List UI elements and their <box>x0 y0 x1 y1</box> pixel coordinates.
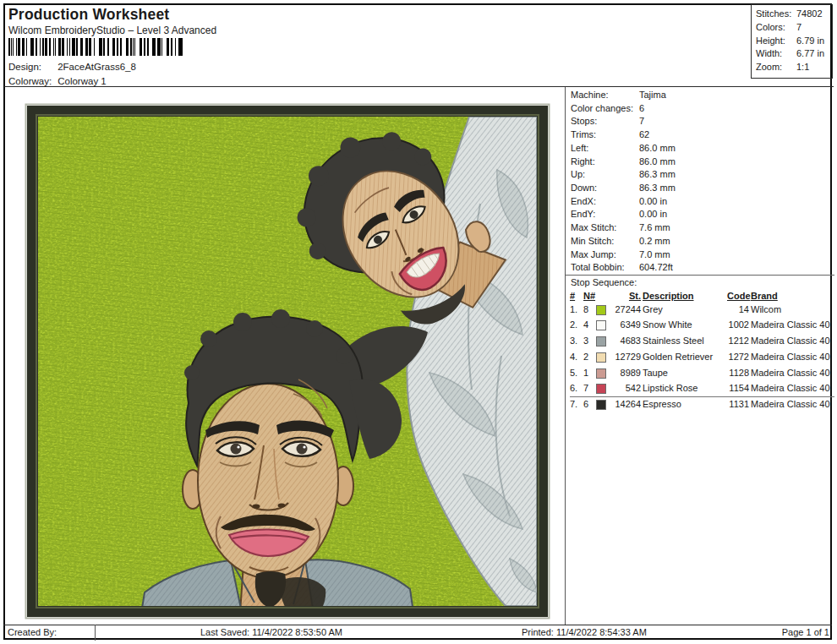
machine-info-row: EndY:0.00 in <box>571 208 676 221</box>
design-barcode <box>8 38 184 56</box>
stop-row-needle: 2 <box>583 351 594 367</box>
stop-row-needle: 4 <box>583 319 594 335</box>
stop-row-brand: Wilcom <box>751 303 833 319</box>
stop-row-description: Golden Retriever <box>643 351 725 367</box>
thread-swatch <box>596 351 607 367</box>
stop-row-code: 1212 <box>727 335 749 351</box>
stop-row-code: 1002 <box>727 319 749 335</box>
stop-row-code: 14 <box>727 303 749 319</box>
stop-row-description: Espresso <box>643 398 725 414</box>
stop-row-needle: 3 <box>583 335 594 351</box>
stop-row-description: Grey <box>643 303 725 319</box>
stop-row-needle: 8 <box>583 303 594 319</box>
machine-info-row: Max Jump:7.0 mm <box>571 248 676 262</box>
colorway-value: Colorway 1 <box>57 76 107 86</box>
stop-sequence-grid: # N# St. Description Code Brand 1. 8 272… <box>570 290 833 414</box>
colorway-label: Colorway: <box>8 76 55 86</box>
stop-row-brand: Madeira Classic 40 <box>751 367 833 383</box>
thread-swatch <box>596 335 607 351</box>
stop-sequence-title: Stop Sequence: <box>571 277 637 287</box>
machine-info-row: Machine:Tajima <box>571 89 676 102</box>
thread-swatch <box>596 398 607 414</box>
stop-sequence-divider <box>566 275 834 276</box>
stop-row-code: 1128 <box>727 367 749 383</box>
embroidery-design-preview <box>24 102 551 620</box>
stop-row-stitches: 4683 <box>609 335 641 351</box>
machine-info-row: Left:86.0 mm <box>571 142 676 156</box>
stop-row-num: 4. <box>570 351 582 367</box>
col-header-description: Description <box>643 290 725 303</box>
stop-row-description: Snow White <box>643 319 725 335</box>
stop-row-brand: Madeira Classic 40 <box>751 398 833 414</box>
machine-info-row: Color changes:6 <box>571 102 676 116</box>
col-header-code: Code <box>727 290 749 303</box>
stop-row-brand: Madeira Classic 40 <box>751 335 833 351</box>
stop-row-code: 1272 <box>727 351 749 367</box>
stop-row-stitches: 14264 <box>609 398 641 414</box>
design-label: Design: <box>8 62 55 72</box>
footer-divider <box>3 625 832 625</box>
design-value: 2FaceAtGrass6_8 <box>57 62 136 72</box>
stop-row-code: 1131 <box>727 398 749 414</box>
footer-last-saved: Last Saved: 11/4/2022 8:53:50 AM <box>200 627 342 637</box>
stat-width: Width:6.77 in <box>756 47 832 61</box>
footer-created-by: Created By: <box>8 627 57 637</box>
colorway-row: Colorway: Colorway 1 <box>8 76 107 86</box>
machine-info-row: Total Bobbin:604.72ft <box>571 261 676 275</box>
stop-sequence-bottom-rule <box>570 396 834 397</box>
stat-height: Height:6.79 in <box>756 35 832 48</box>
stop-row-stitches: 6349 <box>609 319 641 335</box>
machine-info-row: Min Stitch:0.2 mm <box>571 235 676 248</box>
stop-row-brand: Madeira Classic 40 <box>751 351 833 367</box>
machine-info-row: Trims:62 <box>571 128 676 142</box>
summary-stats-box: Stitches:74802 Colors:7 Height:6.79 in W… <box>751 4 833 79</box>
machine-info-row: Down:86.3 mm <box>571 182 676 195</box>
stop-row-num: 5. <box>570 367 582 383</box>
machine-info-list: Machine:Tajima Color changes:6 Stops:7 T… <box>571 89 676 275</box>
stop-row-description: Stainless Steel <box>643 335 725 351</box>
machine-info-row: Max Stitch:7.6 mm <box>571 221 676 235</box>
production-worksheet-page: Production Worksheet Wilcom EmbroiderySt… <box>0 0 837 644</box>
machine-info-row: Right:86.0 mm <box>571 156 676 169</box>
stop-row-num: 1. <box>570 303 582 319</box>
machine-info-row: Up:86.3 mm <box>571 168 676 182</box>
stop-row-num: 7. <box>570 398 582 414</box>
app-subtitle: Wilcom EmbroideryStudio – Level 3 Advanc… <box>8 25 216 36</box>
thread-swatch <box>596 303 607 319</box>
page-title: Production Worksheet <box>8 6 169 24</box>
col-header-num: # <box>570 290 582 303</box>
stat-stitches: Stitches:74802 <box>756 8 832 21</box>
machine-info-panel: Machine:Tajima Color changes:6 Stops:7 T… <box>565 87 834 625</box>
thread-swatch <box>596 319 607 335</box>
machine-info-row: EndX:0.00 in <box>571 195 676 209</box>
col-header-needle: N# <box>583 290 594 303</box>
footer-printed: Printed: 11/4/2022 8:54:33 AM <box>522 627 647 637</box>
col-header-swatch-spacer <box>596 290 607 303</box>
stop-row-brand: Madeira Classic 40 <box>751 319 833 335</box>
col-header-brand: Brand <box>751 290 833 303</box>
footer-page-number: Page 1 of 1 <box>782 627 829 637</box>
stop-row-description: Taupe <box>643 367 725 383</box>
stop-row-needle: 6 <box>583 398 594 414</box>
stop-row-stitches: 8989 <box>609 367 641 383</box>
stop-row-needle: 1 <box>583 367 594 383</box>
design-name-row: Design: 2FaceAtGrass6_8 <box>8 62 136 72</box>
stat-zoom: Zoom:1:1 <box>756 61 832 74</box>
machine-info-row: Stops:7 <box>571 115 676 128</box>
stop-row-num: 3. <box>570 335 582 351</box>
stop-row-stitches: 27244 <box>609 303 641 319</box>
stat-colors: Colors:7 <box>756 21 832 35</box>
stop-row-num: 2. <box>570 319 582 335</box>
col-header-stitches: St. <box>609 290 641 303</box>
stop-row-stitches: 12729 <box>609 351 641 367</box>
stop-sequence-table: # N# St. Description Code Brand 1. 8 272… <box>570 290 833 414</box>
design-artwork <box>24 102 551 620</box>
thread-swatch <box>596 367 607 383</box>
